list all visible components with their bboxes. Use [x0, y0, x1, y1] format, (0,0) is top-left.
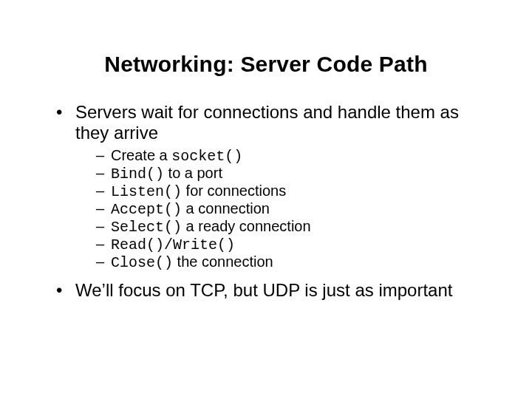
code-bind: Bind() [111, 166, 164, 183]
sub-list: Create a socket() Bind() to a port Liste… [75, 147, 488, 271]
sub-create-socket: Create a socket() [100, 147, 488, 165]
sub-text-post: a ready connection [182, 218, 311, 234]
code-listen: Listen() [111, 183, 182, 200]
bullet-servers-wait: Servers wait for connections and handle … [64, 102, 488, 271]
sub-text-pre: Create a [111, 147, 171, 163]
bullet-text: We’ll focus on TCP, but UDP is just as i… [75, 280, 452, 300]
sub-text-post: for connections [182, 183, 286, 199]
sub-accept: Accept() a connection [100, 200, 488, 218]
sub-read-write: Read()/Write() [100, 236, 488, 253]
bullet-list: Servers wait for connections and handle … [44, 102, 488, 301]
bullet-text: Servers wait for connections and handle … [75, 102, 459, 143]
slide-title: Networking: Server Code Path [44, 52, 488, 77]
code-select: Select() [111, 219, 182, 236]
code-read-write: Read()/Write() [111, 236, 235, 253]
sub-listen: Listen() for connections [100, 183, 488, 200]
sub-text-post: to a port [164, 165, 222, 181]
sub-select: Select() a ready connection [100, 218, 488, 236]
code-socket: socket() [171, 148, 242, 165]
sub-close: Close() the connection [100, 253, 488, 271]
code-close: Close() [111, 254, 173, 271]
sub-text-post: a connection [182, 200, 270, 216]
sub-bind: Bind() to a port [100, 165, 488, 183]
slide: Networking: Server Code Path Servers wai… [0, 0, 532, 399]
bullet-tcp-udp: We’ll focus on TCP, but UDP is just as i… [64, 280, 488, 301]
sub-text-post: the connection [173, 253, 273, 270]
code-accept: Accept() [111, 201, 182, 218]
